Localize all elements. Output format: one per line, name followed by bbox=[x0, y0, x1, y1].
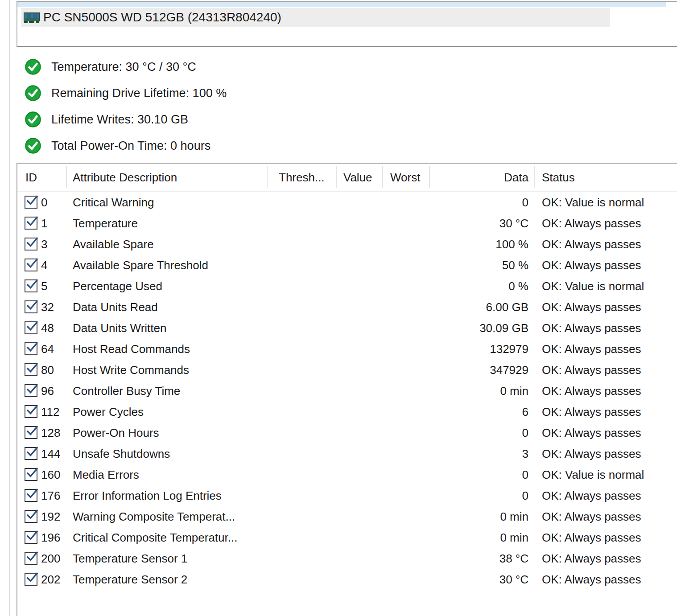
attribute-description: Temperature Sensor 1 bbox=[73, 551, 187, 565]
attribute-checkbox[interactable] bbox=[25, 321, 37, 334]
attribute-status: OK: Always passes bbox=[542, 405, 641, 419]
attribute-description: Warning Composite Temperat... bbox=[73, 509, 235, 523]
drive-list: PC SN5000S WD 512GB (24313R804240) bbox=[17, 1, 677, 47]
attribute-checkbox[interactable] bbox=[25, 300, 37, 313]
attribute-checkbox[interactable] bbox=[25, 426, 37, 439]
attribute-checkbox[interactable] bbox=[25, 405, 37, 418]
attribute-data: 100 % bbox=[395, 237, 528, 251]
table-row[interactable]: 128 Power-On Hours 0 OK: Always passes bbox=[17, 422, 677, 443]
attribute-checkbox[interactable] bbox=[25, 238, 37, 251]
attribute-status: OK: Value is normal bbox=[542, 468, 644, 481]
attribute-description: Host Read Commands bbox=[73, 342, 190, 356]
attribute-id: 176 bbox=[41, 489, 60, 502]
table-row[interactable]: 3 Available Spare 100 % OK: Always passe… bbox=[17, 234, 677, 255]
attribute-data: 6 bbox=[395, 405, 528, 419]
attribute-checkbox[interactable] bbox=[25, 196, 37, 209]
attribute-checkbox[interactable] bbox=[25, 489, 37, 502]
attribute-status: OK: Always passes bbox=[542, 321, 641, 335]
column-header-worst[interactable]: Worst bbox=[390, 171, 420, 185]
table-row[interactable]: 32 Data Units Read 6.00 GB OK: Always pa… bbox=[17, 296, 677, 317]
header-separator bbox=[267, 166, 268, 188]
attribute-description: Critical Composite Temperatur... bbox=[73, 530, 237, 544]
attribute-status: OK: Always passes bbox=[542, 363, 641, 377]
attribute-checkbox[interactable] bbox=[25, 342, 37, 355]
table-row[interactable]: 5 Percentage Used 0 % OK: Value is norma… bbox=[17, 275, 677, 296]
attribute-id: 1 bbox=[41, 216, 47, 230]
attribute-description: Temperature bbox=[73, 216, 138, 230]
attribute-status: OK: Value is normal bbox=[542, 195, 644, 209]
column-header-description[interactable]: Attribute Description bbox=[73, 171, 177, 185]
column-header-id[interactable]: ID bbox=[25, 171, 37, 185]
attribute-id: 112 bbox=[41, 405, 59, 419]
table-row[interactable]: 192 Warning Composite Temperat... 0 min … bbox=[17, 506, 677, 527]
attribute-checkbox[interactable] bbox=[25, 384, 37, 397]
attribute-id: 4 bbox=[41, 258, 47, 272]
attribute-status: OK: Always passes bbox=[542, 216, 641, 230]
health-label: Total Power-On Time: 0 hours bbox=[51, 139, 211, 153]
attribute-status: OK: Always passes bbox=[542, 551, 641, 565]
attribute-checkbox[interactable] bbox=[25, 217, 37, 230]
attribute-id: 202 bbox=[41, 572, 60, 586]
table-row[interactable]: 0 Critical Warning 0 OK: Value is normal bbox=[17, 192, 677, 213]
attribute-description: Percentage Used bbox=[73, 279, 162, 293]
attribute-status: OK: Always passes bbox=[542, 572, 641, 586]
header-separator bbox=[534, 166, 535, 188]
table-row[interactable]: 196 Critical Composite Temperatur... 0 m… bbox=[17, 527, 677, 548]
attribute-status: OK: Always passes bbox=[542, 237, 641, 251]
drive-list-item[interactable]: PC SN5000S WD 512GB (24313R804240) bbox=[21, 8, 610, 27]
attribute-id: 0 bbox=[41, 195, 47, 209]
attribute-description: Unsafe Shutdowns bbox=[73, 447, 170, 460]
attribute-data: 0 min bbox=[395, 530, 528, 544]
attribute-description: Data Units Read bbox=[73, 300, 158, 314]
table-row[interactable]: 64 Host Read Commands 132979 OK: Always … bbox=[17, 338, 677, 359]
table-row[interactable]: 200 Temperature Sensor 1 38 °C OK: Alway… bbox=[17, 548, 677, 569]
attribute-checkbox[interactable] bbox=[25, 447, 37, 460]
attribute-description: Data Units Written bbox=[73, 321, 166, 335]
attribute-status: OK: Always passes bbox=[542, 258, 641, 272]
attribute-description: Controller Busy Time bbox=[73, 384, 180, 398]
attribute-description: Host Write Commands bbox=[73, 363, 189, 377]
table-row[interactable]: 96 Controller Busy Time 0 min OK: Always… bbox=[17, 380, 677, 401]
attribute-data: 0 bbox=[395, 195, 528, 209]
attribute-checkbox[interactable] bbox=[25, 259, 37, 271]
attribute-status: OK: Always passes bbox=[542, 489, 641, 502]
attribute-data: 50 % bbox=[395, 258, 528, 272]
attribute-checkbox[interactable] bbox=[25, 573, 37, 586]
table-row[interactable]: 1 Temperature 30 °C OK: Always passes bbox=[17, 213, 677, 234]
column-header-status[interactable]: Status bbox=[542, 171, 575, 185]
table-row[interactable]: 4 Available Spare Threshold 50 % OK: Alw… bbox=[17, 255, 677, 275]
attribute-data: 38 °C bbox=[395, 551, 528, 565]
attribute-status: OK: Always passes bbox=[542, 426, 641, 439]
attribute-status: OK: Always passes bbox=[542, 447, 641, 460]
attribute-id: 128 bbox=[41, 426, 60, 439]
header-separator bbox=[66, 166, 67, 188]
attribute-description: Temperature Sensor 2 bbox=[73, 572, 187, 586]
attribute-checkbox[interactable] bbox=[25, 510, 37, 523]
attribute-checkbox[interactable] bbox=[25, 552, 37, 565]
attribute-checkbox[interactable] bbox=[25, 279, 37, 292]
attribute-data: 30 °C bbox=[395, 572, 528, 586]
attribute-status: OK: Value is normal bbox=[542, 279, 644, 293]
column-header-threshold[interactable]: Thresh... bbox=[279, 171, 325, 185]
table-row[interactable]: 202 Temperature Sensor 2 30 °C OK: Alway… bbox=[17, 569, 677, 590]
drive-list-top-highlight bbox=[17, 2, 666, 7]
health-item: Temperature: 30 °C / 30 °C bbox=[25, 58, 227, 75]
attribute-id: 160 bbox=[41, 468, 60, 481]
table-row[interactable]: 160 Media Errors 0 OK: Value is normal bbox=[17, 464, 677, 485]
table-row[interactable]: 80 Host Write Commands 347929 OK: Always… bbox=[17, 359, 677, 380]
header-separator bbox=[429, 166, 430, 188]
drive-label: PC SN5000S WD 512GB (24313R804240) bbox=[43, 8, 281, 27]
panel-divider bbox=[9, 0, 10, 616]
header-separator bbox=[336, 166, 337, 188]
table-row[interactable]: 176 Error Information Log Entries 0 OK: … bbox=[17, 485, 677, 506]
attribute-checkbox[interactable] bbox=[25, 363, 37, 376]
attribute-id: 200 bbox=[41, 551, 60, 565]
column-header-data[interactable]: Data bbox=[448, 171, 528, 185]
table-row[interactable]: 144 Unsafe Shutdowns 3 OK: Always passes bbox=[17, 443, 677, 464]
attribute-status: OK: Always passes bbox=[542, 509, 641, 523]
table-row[interactable]: 48 Data Units Written 30.09 GB OK: Alway… bbox=[17, 317, 677, 338]
table-row[interactable]: 112 Power Cycles 6 OK: Always passes bbox=[17, 401, 677, 422]
column-header-value[interactable]: Value bbox=[343, 171, 372, 185]
attribute-checkbox[interactable] bbox=[25, 531, 37, 544]
attribute-checkbox[interactable] bbox=[25, 468, 37, 481]
